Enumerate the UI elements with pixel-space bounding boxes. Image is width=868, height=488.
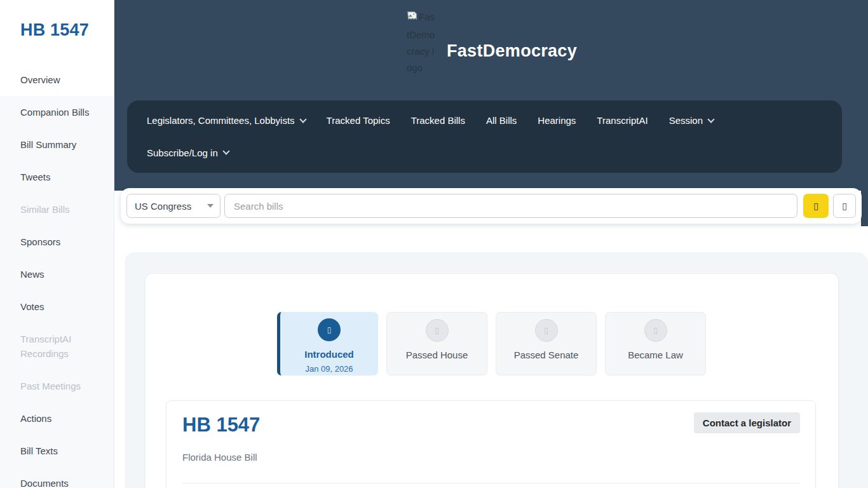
search-bar: US Congress ▯ ▯	[121, 188, 862, 224]
step-date: Jan 09, 2026	[280, 364, 378, 374]
jurisdiction-select[interactable]: US Congress	[126, 194, 220, 218]
sidebar: HB 1547 Overview Companion Bills Bill Su…	[0, 0, 114, 488]
nav-label: All Bills	[486, 115, 517, 126]
brand-title[interactable]: FastDemocracy	[447, 41, 577, 61]
broken-logo-image[interactable]: FastDemocracy logo	[407, 9, 437, 76]
missing-glyph-icon: ▯	[544, 326, 548, 335]
contact-legislator-button[interactable]: Contact a legislator	[694, 412, 800, 433]
step-label: Introduced	[280, 349, 378, 360]
nav-label: Tracked Topics	[327, 115, 390, 126]
nav-item-subscribe-login[interactable]: Subscribe/Log in	[147, 147, 229, 158]
nav-item-all-bills[interactable]: All Bills	[486, 115, 517, 126]
missing-glyph-icon: ▯	[327, 325, 332, 334]
chevron-down-icon	[222, 148, 229, 155]
bill-progress-tracker: ▯ Introduced Jan 09, 2026 ▯ Passed House…	[277, 312, 706, 376]
jurisdiction-selected-value: US Congress	[135, 201, 191, 212]
main-nav: Legislators, Committees, Lobbyists Track…	[127, 100, 842, 173]
sidebar-bill-title: HB 1547	[20, 20, 114, 40]
nav-label: Session	[669, 115, 703, 126]
search-options-button[interactable]: ▯	[833, 194, 856, 218]
step-label: Passed House	[387, 349, 487, 360]
progress-step-passed-senate: ▯ Passed Senate	[496, 312, 597, 376]
sidebar-item-similar-bills: Similar Bills	[0, 193, 114, 226]
nav-row-secondary: Subscribe/Log in	[147, 146, 822, 161]
missing-glyph-icon: ▯	[842, 201, 847, 211]
progress-step-passed-house: ▯ Passed House	[386, 312, 487, 376]
nav-item-hearings[interactable]: Hearings	[538, 115, 576, 126]
nav-row-primary: Legislators, Committees, Lobbyists Track…	[147, 113, 822, 128]
search-button[interactable]: ▯	[803, 194, 829, 218]
nav-label: Tracked Bills	[411, 115, 465, 126]
sidebar-item-transcriptai-recordings: TranscriptAI Recordings	[0, 323, 114, 370]
sidebar-item-companion-bills[interactable]: Companion Bills	[0, 96, 114, 128]
nav-label: Subscribe/Log in	[147, 147, 218, 158]
select-caret-icon	[207, 204, 214, 208]
chevron-down-icon	[707, 116, 714, 123]
progress-step-introduced: ▯ Introduced Jan 09, 2026	[277, 312, 378, 376]
sidebar-menu: Overview Companion Bills Bill Summary Tw…	[0, 64, 114, 488]
step-label: Passed Senate	[496, 349, 596, 360]
nav-item-session[interactable]: Session	[669, 115, 714, 126]
became-law-step-icon: ▯	[644, 319, 667, 342]
divider	[182, 483, 800, 484]
header-notch	[861, 191, 868, 226]
nav-item-tracked-bills[interactable]: Tracked Bills	[411, 115, 465, 126]
chevron-down-icon	[299, 116, 306, 123]
nav-item-tracked-topics[interactable]: Tracked Topics	[327, 115, 390, 126]
sidebar-item-votes[interactable]: Votes	[0, 290, 114, 323]
introduced-step-icon: ▯	[318, 318, 341, 341]
page: FastDemocracy logo FastDemocracy Legisla…	[0, 0, 868, 488]
missing-glyph-icon: ▯	[653, 326, 658, 335]
search-input[interactable]	[224, 194, 797, 218]
sidebar-item-bill-texts[interactable]: Bill Texts	[0, 435, 114, 467]
nav-label: TranscriptAI	[597, 115, 648, 126]
sidebar-header: HB 1547	[0, 0, 114, 64]
sidebar-item-news[interactable]: News	[0, 258, 114, 290]
sidebar-item-documents[interactable]: Documents	[0, 467, 114, 488]
sidebar-item-bill-summary[interactable]: Bill Summary	[0, 128, 114, 161]
nav-label: Hearings	[538, 115, 576, 126]
nav-item-transcriptai[interactable]: TranscriptAI	[597, 115, 648, 126]
nav-item-legislators-committees-lobbyists[interactable]: Legislators, Committees, Lobbyists	[147, 115, 306, 126]
site-header: FastDemocracy logo FastDemocracy Legisla…	[114, 0, 868, 191]
passed-senate-step-icon: ▯	[535, 319, 558, 342]
sidebar-item-past-meetings: Past Meetings	[0, 370, 114, 402]
bill-header-card: HB 1547 Florida House Bill Contact a leg…	[166, 400, 816, 488]
nav-label: Legislators, Committees, Lobbyists	[147, 115, 295, 126]
bill-overview-card: ▯ Introduced Jan 09, 2026 ▯ Passed House…	[145, 273, 839, 488]
bill-subtitle: Florida House Bill	[182, 452, 800, 463]
passed-house-step-icon: ▯	[426, 319, 449, 342]
sidebar-item-sponsors[interactable]: Sponsors	[0, 226, 114, 258]
sidebar-item-overview[interactable]: Overview	[0, 64, 114, 96]
main-panel: ▯ Introduced Jan 09, 2026 ▯ Passed House…	[125, 252, 868, 488]
progress-step-became-law: ▯ Became Law	[605, 312, 706, 376]
broken-image-icon	[407, 10, 417, 27]
sidebar-item-actions[interactable]: Actions	[0, 402, 114, 435]
missing-glyph-icon: ▯	[435, 326, 439, 335]
step-label: Became Law	[606, 349, 705, 360]
sidebar-item-tweets[interactable]: Tweets	[0, 161, 114, 193]
search-icon: ▯	[813, 201, 818, 211]
